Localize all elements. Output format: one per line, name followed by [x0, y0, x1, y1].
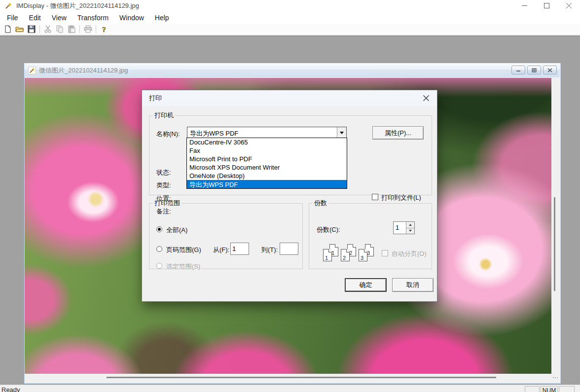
- print-icon: [84, 25, 92, 33]
- horizontal-scrollbar-thumb[interactable]: [107, 377, 496, 378]
- dropdown-item[interactable]: Microsoft XPS Document Writer: [187, 163, 347, 172]
- toolbar-separator: [79, 25, 80, 33]
- from-page-input[interactable]: [230, 243, 249, 255]
- vertical-scrollbar[interactable]: [551, 78, 559, 374]
- maximize-button[interactable]: [536, 0, 558, 11]
- combobox-dropdown-button[interactable]: [337, 127, 346, 139]
- print-range-legend: 打印范围: [153, 199, 181, 208]
- app-window: IMDisplay - 微信图片_20221024114129.jpg File…: [0, 0, 580, 392]
- help-button[interactable]: ?: [98, 24, 110, 35]
- close-button[interactable]: [558, 0, 580, 11]
- print-dialog: 打印 打印机 名称(N): 导出为WPS PDF 状态: 类型: 位置: 备注:…: [142, 90, 437, 302]
- image-document-icon: [28, 67, 36, 74]
- copies-spinner[interactable]: 1: [393, 221, 415, 234]
- save-floppy-icon: [28, 25, 36, 33]
- window-title: IMDisplay - 微信图片_20221024114129.jpg: [16, 1, 139, 10]
- ok-button[interactable]: 确定: [345, 278, 387, 292]
- range-all-label: 全部(A): [166, 226, 187, 235]
- horizontal-scrollbar[interactable]: [25, 374, 551, 382]
- minimize-icon: [522, 3, 527, 8]
- menu-transform[interactable]: Transform: [72, 12, 114, 23]
- radio-selected-dot: [158, 228, 161, 231]
- dropdown-item[interactable]: DocuCentre-IV 3065: [187, 138, 347, 146]
- maximize-icon: [544, 3, 549, 8]
- collate-label: 自动分页(O): [392, 249, 427, 258]
- child-minimize-button[interactable]: [511, 66, 525, 74]
- svg-text:?: ?: [102, 26, 106, 34]
- to-page-input[interactable]: [280, 243, 298, 255]
- range-pages-label: 页码范围(G): [166, 246, 201, 254]
- statusbar: Ready NUM: [0, 385, 580, 392]
- spinner-down-button[interactable]: [406, 228, 414, 234]
- dropdown-item-selected[interactable]: 导出为WPS PDF: [187, 180, 347, 188]
- printer-group-legend: 打印机: [153, 111, 175, 120]
- chevron-down-icon: [340, 132, 344, 134]
- dialog-close-button[interactable]: [418, 92, 434, 104]
- range-all-radio[interactable]: [156, 226, 162, 232]
- status-ready-text: Ready: [1, 386, 20, 392]
- copies-value: 1: [394, 222, 406, 234]
- dropdown-item[interactable]: Fax: [187, 146, 347, 155]
- menu-edit[interactable]: Edit: [24, 12, 46, 23]
- printer-type-label: 类型:: [156, 181, 171, 190]
- dropdown-item[interactable]: Microsoft Print to PDF: [187, 155, 347, 163]
- collate-pages-icon: 1 1 2 2 3 3: [323, 243, 377, 269]
- print-dialog-title: 打印: [149, 94, 162, 103]
- help-question-icon: ?: [101, 25, 108, 34]
- save-button[interactable]: [26, 24, 37, 35]
- copies-group: 份数 份数(C): 1 1 1 2 2 3 3 自动分页(O): [309, 199, 432, 269]
- print-range-group: 打印范围 全部(A) 页码范围(G) 从(F): 到(T): 选定范围(S): [149, 199, 303, 269]
- collate-checkbox: [382, 250, 388, 256]
- collate-page: 3: [359, 249, 367, 261]
- cancel-button[interactable]: 取消: [392, 278, 434, 292]
- status-pane-empty: [559, 386, 575, 392]
- spinner-up-button[interactable]: [406, 222, 414, 228]
- image-window-titlebar: 微信图片_20221024114129.jpg: [24, 63, 560, 77]
- printer-dropdown-list: DocuCentre-IV 3065 Fax Microsoft Print t…: [186, 138, 347, 189]
- toolbar: ?: [0, 24, 580, 35]
- open-folder-icon: [15, 25, 24, 33]
- copy-button[interactable]: [54, 24, 66, 35]
- range-pages-radio[interactable]: [156, 246, 162, 252]
- range-selection-label: 选定范围(S): [166, 262, 200, 271]
- collate-page: 2: [341, 249, 350, 261]
- to-label: 到(T):: [261, 246, 278, 254]
- paste-clipboard-icon: [68, 25, 75, 33]
- print-button[interactable]: [82, 24, 94, 35]
- dropdown-item[interactable]: OneNote (Desktop): [187, 172, 347, 180]
- cut-button[interactable]: [42, 24, 54, 35]
- minimize-button[interactable]: [513, 0, 536, 11]
- toolbar-separator: [96, 25, 96, 33]
- scrollbar-corner-grip: [551, 374, 559, 382]
- copy-icon: [56, 25, 64, 33]
- printer-status-label: 状态:: [156, 168, 171, 177]
- menu-window[interactable]: Window: [114, 12, 149, 23]
- menubar: File Edit View Transform Window Help: [0, 11, 580, 24]
- app-logo-icon: [4, 2, 12, 10]
- menu-file[interactable]: File: [1, 12, 24, 23]
- child-restore-button[interactable]: [527, 66, 541, 74]
- menu-help[interactable]: Help: [149, 12, 175, 23]
- vertical-scrollbar-thumb[interactable]: [554, 197, 555, 291]
- status-pane-empty: [525, 386, 540, 392]
- child-restore-icon: [532, 68, 537, 72]
- range-selection-radio: [156, 263, 162, 269]
- menu-view[interactable]: View: [46, 12, 72, 23]
- dialog-close-icon: [423, 95, 429, 101]
- toolbar-separator: [39, 25, 40, 33]
- new-button[interactable]: [2, 24, 14, 35]
- chevron-up-icon: [409, 224, 412, 226]
- open-button[interactable]: [14, 24, 26, 35]
- copies-count-label: 份数(C):: [317, 225, 340, 234]
- copies-legend: 份数: [313, 199, 328, 208]
- child-minimize-icon: [516, 68, 521, 72]
- collate-page: 1: [323, 249, 332, 261]
- close-icon: [566, 3, 572, 8]
- status-pane-num: NUM: [541, 386, 558, 392]
- child-close-icon: [547, 68, 552, 72]
- paste-button[interactable]: [66, 24, 77, 35]
- child-close-button[interactable]: [543, 66, 557, 74]
- properties-button[interactable]: 属性(P)...: [372, 126, 424, 140]
- print-dialog-titlebar: 打印: [142, 90, 437, 106]
- titlebar: IMDisplay - 微信图片_20221024114129.jpg: [0, 0, 580, 11]
